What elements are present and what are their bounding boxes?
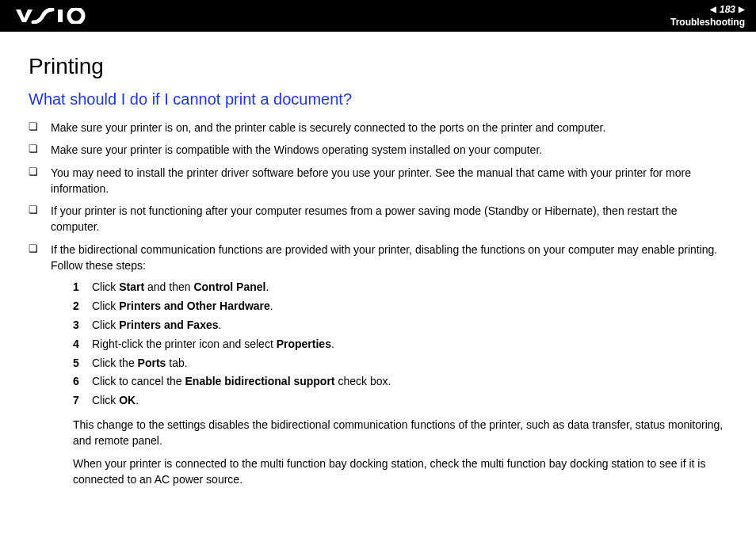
prev-page-arrow[interactable]: ◀ [710,5,716,14]
closing-paragraph: When your printer is connected to the mu… [51,456,727,488]
step-item: 4Right-click the printer icon and select… [73,335,727,354]
step-item: 6Click to cancel the Enable bidirectiona… [73,372,727,391]
bullet-list: Make sure your printer is on, and the pr… [29,120,727,487]
bullet-item: If the bidirectional communication funct… [29,242,727,487]
vaio-logo [16,8,92,24]
step-item: 7Click OK. [73,391,727,410]
steps-list: 1Click Start and then Control Panel. 2Cl… [51,278,727,410]
page-content: Printing What should I do if I cannot pr… [0,32,756,509]
bullet-item: Make sure your printer is compatible wit… [29,142,727,158]
page-nav[interactable]: ◀ 183 ▶ [710,4,745,15]
section-label: Troubleshooting [670,17,745,28]
bullet-item: Make sure your printer is on, and the pr… [29,120,727,135]
step-item: 1Click Start and then Control Panel. [73,278,727,297]
next-page-arrow[interactable]: ▶ [739,5,745,14]
bullet-item: You may need to install the printer driv… [29,165,727,197]
bullet-item: If your printer is not functioning after… [29,203,727,235]
header-meta: ◀ 183 ▶ Troubleshooting [670,4,745,29]
svg-rect-0 [58,10,63,22]
header-bar: ◀ 183 ▶ Troubleshooting [0,0,756,32]
bullet-text: If the bidirectional communication funct… [51,243,717,272]
svg-point-1 [69,9,83,23]
step-item: 3Click Printers and Faxes. [73,316,727,335]
step-item: 2Click Printers and Other Hardware. [73,297,727,316]
page-number: 183 [720,4,735,15]
step-item: 5Click the Ports tab. [73,354,727,373]
page-subtitle: What should I do if I cannot print a doc… [29,90,727,109]
closing-paragraph: This change to the settings disables the… [51,417,727,449]
page-title: Printing [29,54,727,79]
